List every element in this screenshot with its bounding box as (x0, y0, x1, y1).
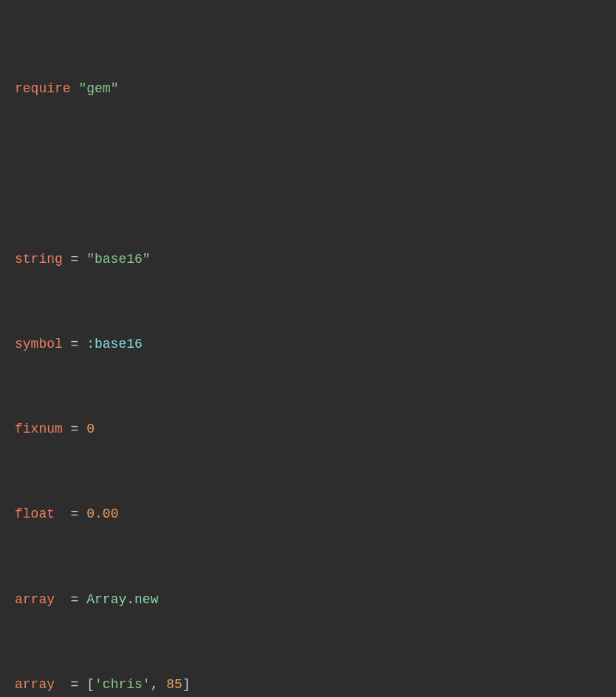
var-symbol: symbol (15, 337, 63, 351)
line-array-literal: array = ['chris', 85] (15, 674, 601, 696)
var-fixnum: fixnum (15, 422, 63, 436)
string-base16: "base16" (86, 252, 150, 267)
num-float: 0.00 (86, 507, 118, 521)
line-string: string = "base16" (15, 249, 601, 270)
var-array2: array (15, 677, 55, 692)
sym-base16: :base16 (86, 337, 143, 351)
string-chris: 'chris' (95, 677, 151, 692)
var-string: string (15, 252, 63, 267)
code-editor: require "gem" string = "base16" symbol =… (15, 15, 601, 697)
var-float: float (15, 507, 55, 521)
string-gem: "gem" (78, 81, 118, 96)
var-array1: array (15, 592, 55, 607)
line-blank-1 (15, 164, 601, 185)
line-fixnum: fixnum = 0 (15, 419, 601, 440)
num-zero: 0 (86, 422, 95, 436)
keyword-require: require (15, 81, 71, 96)
line-1: require "gem" (15, 78, 601, 100)
line-symbol: symbol = :base16 (15, 334, 601, 355)
class-array: Array (86, 592, 126, 607)
method-new: new (134, 592, 158, 607)
line-array-new: array = Array.new (15, 589, 601, 611)
line-float: float = 0.00 (15, 504, 601, 525)
num-85: 85 (166, 677, 182, 692)
